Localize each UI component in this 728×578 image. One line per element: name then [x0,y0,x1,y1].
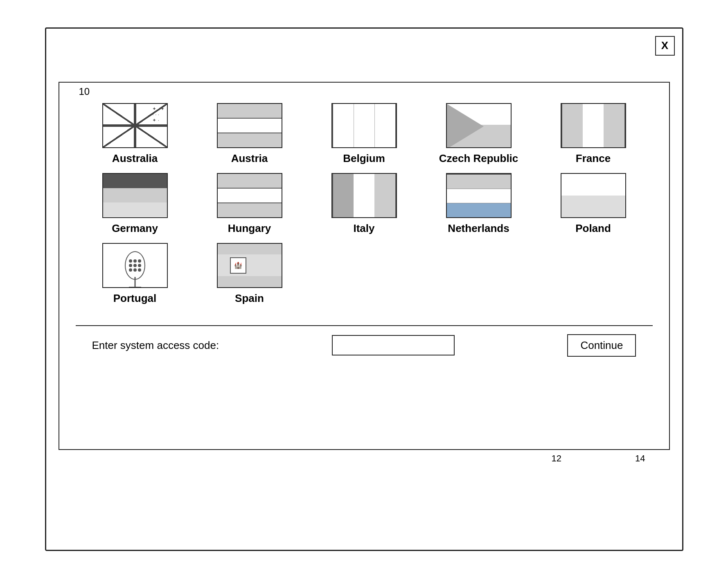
access-code-label: Enter system access code: [92,339,219,352]
diagram-label-14: 14 [635,453,645,464]
country-label-portugal: Portugal [113,292,156,305]
flag-netherlands [446,173,512,218]
country-item-france[interactable]: France [538,103,649,165]
flag-czech [446,103,512,148]
country-item-poland[interactable]: Poland [538,173,649,235]
country-item-czech[interactable]: Czech Republic [424,103,534,165]
country-label-netherlands: Netherlands [448,222,509,235]
flag-italy [331,173,397,218]
country-label-poland: Poland [575,222,611,235]
close-button[interactable]: X [655,36,675,56]
flag-austria [217,103,282,148]
country-label-belgium: Belgium [343,152,385,165]
country-label-spain: Spain [235,292,264,305]
country-grid: ✦ · ✦· · ·✦ · Australia Austria [76,95,653,313]
continue-button[interactable]: Continue [567,334,636,357]
bottom-bar: Enter system access code: Continue [76,325,653,365]
country-item-portugal[interactable]: Portugal [80,243,190,305]
access-code-input[interactable] [332,335,455,355]
country-label-france: France [576,152,611,165]
country-item-austria[interactable]: Austria [194,103,305,165]
spain-emblem-icon: 🏰 [230,257,246,274]
country-label-germany: Germany [112,222,158,235]
flag-spain: 🏰 [217,243,282,288]
flag-belgium [331,103,397,148]
country-label-italy: Italy [353,222,374,235]
flag-france [561,103,626,148]
country-label-hungary: Hungary [228,222,271,235]
main-window: X 10 ✦ · ✦· · ·✦ · Australia [45,27,683,551]
country-item-australia[interactable]: ✦ · ✦· · ·✦ · Australia [80,103,190,165]
country-item-hungary[interactable]: Hungary [194,173,305,235]
country-item-italy[interactable]: Italy [309,173,419,235]
country-selection-panel: ✦ · ✦· · ·✦ · Australia Austria [59,82,670,450]
flag-poland [561,173,626,218]
flag-portugal [102,243,168,288]
country-label-czech: Czech Republic [439,152,518,165]
country-label-austria: Austria [231,152,268,165]
diagram-labels: 12 14 [59,453,670,464]
country-item-spain[interactable]: 🏰 Spain [194,243,305,305]
country-label-australia: Australia [112,152,158,165]
diagram-label-12: 12 [552,453,561,464]
country-item-germany[interactable]: Germany [80,173,190,235]
country-item-belgium[interactable]: Belgium [309,103,419,165]
flag-australia: ✦ · ✦· · ·✦ · [102,103,168,148]
flag-germany [102,173,168,218]
country-item-netherlands[interactable]: Netherlands [424,173,534,235]
flag-hungary [217,173,282,218]
